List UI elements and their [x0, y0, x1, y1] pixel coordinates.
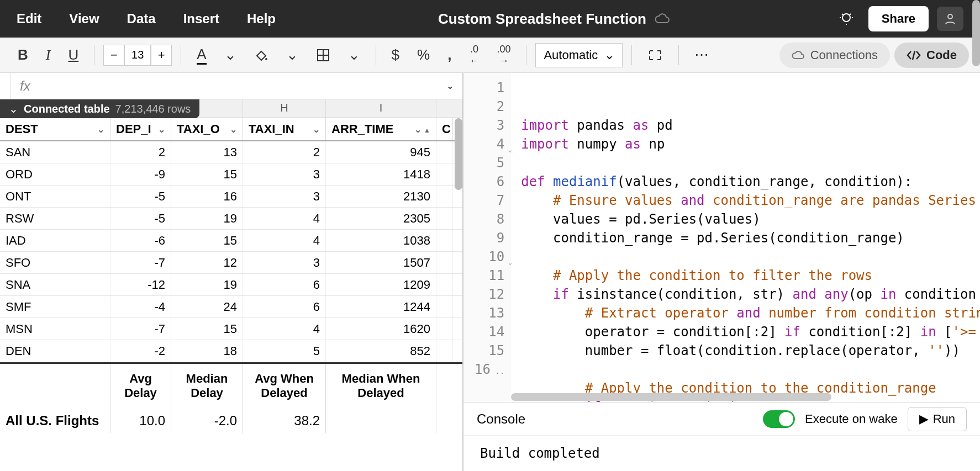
borders-button[interactable]: [309, 45, 337, 66]
table-row[interactable]: SAN2132945: [0, 141, 462, 163]
cell-taxi-in[interactable]: 6: [243, 274, 326, 295]
cell-taxi-in[interactable]: 4: [243, 208, 326, 229]
cell-dep[interactable]: -9: [110, 163, 171, 185]
comma-format-button[interactable]: ,: [441, 43, 458, 67]
cell-taxi-out[interactable]: 15: [171, 318, 243, 340]
menu-edit[interactable]: Edit: [17, 11, 41, 27]
cell-arr-time[interactable]: 2305: [326, 208, 436, 229]
code-line[interactable]: import numpy as np: [521, 135, 970, 154]
cell-dep[interactable]: -7: [110, 252, 171, 273]
cell-arr-time[interactable]: 1038: [326, 230, 436, 251]
cell-dest[interactable]: MSN: [0, 318, 110, 340]
expand-button[interactable]: [641, 45, 670, 65]
connections-button[interactable]: Connections: [779, 43, 890, 68]
horizontal-scrollbar[interactable]: [511, 393, 831, 401]
cell-arr-time[interactable]: 1209: [326, 274, 436, 295]
cell-taxi-in[interactable]: 6: [243, 296, 326, 317]
code-line[interactable]: # Ensure values and condition_range are …: [521, 191, 970, 210]
cell-dep[interactable]: -2: [110, 340, 171, 362]
table-row[interactable]: MSN-71541620: [0, 318, 462, 340]
fill-color-button[interactable]: [247, 45, 275, 66]
col-header-dest[interactable]: DEST⌄: [0, 118, 110, 140]
currency-format-button[interactable]: $: [385, 43, 406, 67]
formula-input[interactable]: [39, 80, 438, 92]
cell-dest[interactable]: ONT: [0, 186, 110, 207]
cell-dest[interactable]: IAD: [0, 230, 110, 251]
code-line[interactable]: import pandas as pd: [521, 116, 970, 135]
font-size-input[interactable]: [124, 45, 151, 66]
cell-arr-time[interactable]: 852: [326, 340, 436, 362]
cell-dep[interactable]: 2: [110, 141, 171, 163]
more-options-button[interactable]: ⋯: [688, 43, 715, 67]
code-panel-button[interactable]: Code: [894, 43, 969, 68]
formula-bar-handle[interactable]: [0, 73, 11, 99]
cell-taxi-out[interactable]: 13: [171, 141, 243, 163]
text-color-button[interactable]: A: [190, 43, 213, 68]
menu-view[interactable]: View: [69, 11, 99, 27]
col-header-dep[interactable]: DEP_I⌄: [110, 118, 171, 140]
cell-overflow[interactable]: [436, 163, 453, 185]
code-editor[interactable]: 1234⌄5678910⌄111213141516 .. import pand…: [463, 73, 980, 403]
formula-dropdown-icon[interactable]: ⌄: [438, 81, 462, 91]
col-header-taxi-out[interactable]: TAXI_O⌄: [171, 118, 243, 140]
cell-taxi-in[interactable]: 3: [243, 252, 326, 273]
menu-data[interactable]: Data: [127, 11, 156, 27]
cell-taxi-out[interactable]: 12: [171, 252, 243, 273]
cell-dest[interactable]: ORD: [0, 163, 110, 185]
cell-arr-time[interactable]: 2130: [326, 186, 436, 207]
code-line[interactable]: def medianif(values, condition_range, co…: [521, 172, 970, 191]
decrease-decimal-button[interactable]: .0←: [462, 40, 486, 70]
cell-overflow[interactable]: [436, 274, 453, 295]
menu-insert[interactable]: Insert: [183, 11, 219, 27]
table-row[interactable]: ONT-51632130: [0, 186, 462, 208]
cell-arr-time[interactable]: 1507: [326, 252, 436, 273]
table-row[interactable]: SFO-71231507: [0, 252, 462, 274]
connected-table-badge[interactable]: ⌄ Connected table 7,213,446 rows: [0, 99, 199, 118]
bold-button[interactable]: B: [11, 43, 35, 67]
cell-dest[interactable]: SFO: [0, 252, 110, 273]
cell-overflow[interactable]: [436, 230, 453, 251]
cell-dep[interactable]: -5: [110, 186, 171, 207]
cell-dep[interactable]: -7: [110, 318, 171, 340]
cell-arr-time[interactable]: 1418: [326, 163, 436, 185]
code-line[interactable]: values = pd.Series(values): [521, 210, 970, 229]
cell-taxi-out[interactable]: 19: [171, 208, 243, 229]
col-header-overflow[interactable]: C: [436, 118, 453, 140]
code-body[interactable]: import pandas as pdimport numpy as np de…: [511, 73, 980, 402]
code-line[interactable]: [521, 247, 970, 266]
cell-taxi-in[interactable]: 2: [243, 141, 326, 163]
cell-dest[interactable]: SNA: [0, 274, 110, 295]
cell-dep[interactable]: -12: [110, 274, 171, 295]
italic-button[interactable]: I: [39, 44, 57, 67]
table-row[interactable]: IAD-61541038: [0, 230, 462, 252]
lightbulb-icon[interactable]: [833, 8, 860, 29]
increase-decimal-button[interactable]: .00→: [490, 40, 517, 70]
column-header-i[interactable]: I: [326, 99, 436, 118]
user-menu-button[interactable]: [937, 7, 963, 31]
cell-arr-time[interactable]: 945: [326, 141, 436, 163]
cell-taxi-out[interactable]: 15: [171, 230, 243, 251]
cell-taxi-out[interactable]: 18: [171, 340, 243, 362]
cell-taxi-out[interactable]: 24: [171, 296, 243, 317]
code-line[interactable]: condition_range = pd.Series(condition_ra…: [521, 229, 970, 247]
cell-arr-time[interactable]: 1244: [326, 296, 436, 317]
code-line[interactable]: [521, 154, 970, 172]
code-line[interactable]: operator = condition[:2] if condition[:2…: [521, 322, 970, 341]
cell-overflow[interactable]: [436, 296, 453, 317]
cell-arr-time[interactable]: 1620: [326, 318, 436, 340]
table-row[interactable]: RSW-51942305: [0, 208, 462, 230]
cell-overflow[interactable]: [436, 252, 453, 273]
table-row[interactable]: DEN-2185852: [0, 340, 462, 362]
document-title[interactable]: Custom Spreadsheet Function: [438, 10, 646, 28]
number-format-dropdown[interactable]: Automatic ⌄: [535, 43, 623, 67]
code-line[interactable]: number = float(condition.replace(operato…: [521, 341, 970, 360]
cell-overflow[interactable]: [436, 141, 453, 163]
col-header-taxi-in[interactable]: TAXI_IN⌄: [243, 118, 326, 140]
cell-taxi-in[interactable]: 4: [243, 230, 326, 251]
cell-dep[interactable]: -5: [110, 208, 171, 229]
code-line[interactable]: # Extract operator and number from condi…: [521, 304, 970, 322]
table-row[interactable]: ORD-91531418: [0, 163, 462, 186]
cell-dest[interactable]: RSW: [0, 208, 110, 229]
data-table[interactable]: DEST⌄ DEP_I⌄ TAXI_O⌄ TAXI_IN⌄ ARR_TIME⌄ …: [0, 118, 462, 471]
col-header-arr-time[interactable]: ARR_TIME⌄ ▲: [326, 118, 436, 140]
